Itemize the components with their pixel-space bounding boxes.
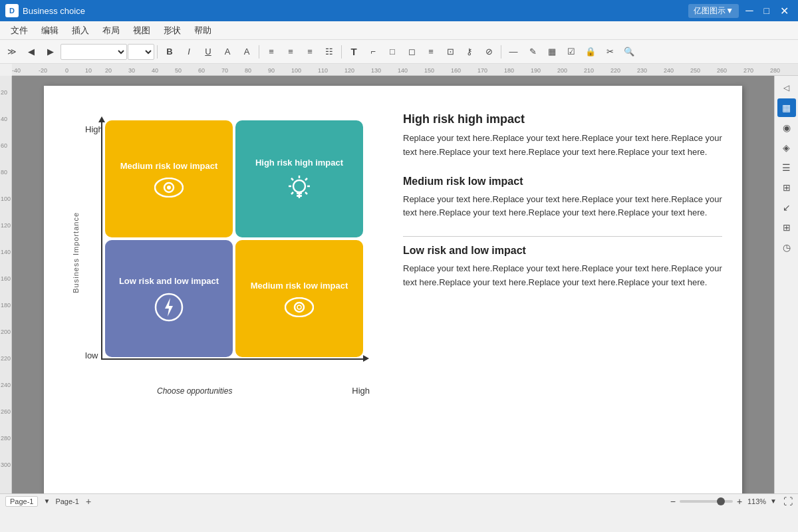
svg-point-17 — [295, 303, 304, 312]
toolbar-align-group: ≡ ≡ ≡ ☷ — [262, 43, 338, 61]
insert-shape[interactable]: ◻ — [402, 43, 421, 61]
draw-search[interactable]: 🔍 — [620, 43, 638, 61]
menu-insert[interactable]: 插入 — [66, 23, 94, 38]
fullscreen-btn[interactable]: ⛶ — [783, 496, 793, 507]
toolbar-back[interactable]: ◀ — [22, 43, 41, 61]
separator-3 — [341, 45, 342, 59]
svg-point-3 — [293, 180, 305, 192]
panel-collapse-btn[interactable]: ◁ — [777, 78, 796, 97]
underline-button[interactable]: U — [199, 43, 217, 61]
align-left[interactable]: ≡ — [262, 43, 281, 61]
status-page-label[interactable]: Page-1 — [5, 496, 38, 507]
svg-point-16 — [285, 298, 313, 317]
draw-lock2[interactable]: 🔒 — [581, 43, 600, 61]
bold-button[interactable]: B — [160, 43, 179, 61]
separator-2 — [259, 45, 259, 59]
section-low-risk-title: Low risk and low impact — [403, 236, 722, 257]
panel-history-btn[interactable]: ◷ — [777, 238, 796, 257]
toolbar-draw-group: ― ✎ ▦ ☑ 🔒 ✂ 🔍 — [504, 43, 638, 61]
panel-shapes-btn[interactable]: ◉ — [777, 118, 796, 137]
separator-4 — [501, 45, 501, 59]
window-close[interactable]: ✕ — [776, 5, 793, 17]
menu-edit[interactable]: 编辑 — [36, 23, 64, 38]
svg-point-2 — [167, 186, 171, 190]
toolbar-format-group: B I U A A — [160, 43, 256, 61]
draw-line[interactable]: ― — [504, 43, 523, 61]
toolbar: ≫ ◀ ▶ B I U A A ≡ ≡ ≡ ☷ T ⌐ □ ◻ ≡ ⊡ ⚷ ⊘ … — [0, 40, 798, 64]
font-family-select[interactable] — [61, 44, 127, 60]
insert-rect[interactable]: □ — [383, 43, 402, 61]
section-medium-risk-title: Medium risk low impact — [403, 176, 722, 188]
statusbar: Page-1 ▼ Page-1 + − + 113% ▼ ⛶ — [0, 493, 798, 508]
ruler-left: 20 40 60 80 100 120 140 160 180 200 220 … — [0, 76, 12, 493]
draw-pen[interactable]: ✎ — [523, 43, 542, 61]
toolbar-nav-group: ≫ ◀ ▶ — [3, 43, 154, 61]
draw-check[interactable]: ☑ — [562, 43, 581, 61]
chart-section: High Business Importance low — [64, 106, 383, 432]
svg-point-18 — [297, 305, 301, 309]
insert-no[interactable]: ⊘ — [479, 43, 498, 61]
cell-top-left-label: Medium risk low impact — [120, 161, 218, 171]
svg-line-11 — [291, 192, 293, 194]
menu-help[interactable]: 帮助 — [189, 23, 217, 38]
y-axis-low-label: low — [85, 350, 98, 360]
panel-plus-btn[interactable]: ⊞ — [777, 178, 796, 197]
cell-medium-risk-bottom-right: Medium risk low impact — [235, 240, 363, 357]
toolbar-forward[interactable]: ▶ — [41, 43, 60, 61]
window-minimize[interactable]: ─ — [741, 5, 757, 17]
status-page-dropdown[interactable]: ▼ — [43, 497, 50, 505]
italic-button[interactable]: I — [180, 43, 198, 61]
align-justify[interactable]: ≡ — [301, 43, 319, 61]
status-add-page[interactable]: + — [86, 496, 91, 507]
canvas-area[interactable]: High Business Importance low — [12, 76, 774, 493]
app-logo: D — [5, 4, 19, 17]
insert-lock[interactable]: ⚷ — [460, 43, 479, 61]
main-layout: 20 40 60 80 100 120 140 160 180 200 220 … — [0, 76, 798, 493]
panel-grid-btn[interactable]: ▦ — [777, 98, 796, 117]
draw-fill[interactable]: ▦ — [543, 43, 561, 61]
insert-line[interactable]: ≡ — [422, 43, 440, 61]
zoom-out-btn[interactable]: − — [670, 496, 676, 507]
titlebar: D Business choice 亿图图示▼ ─ □ ✕ — [0, 0, 798, 21]
x-axis-high-label: High — [352, 386, 370, 396]
font-size-select[interactable] — [128, 44, 154, 60]
zoom-level[interactable]: 113% — [746, 497, 766, 505]
svg-line-9 — [305, 192, 307, 194]
menu-file[interactable]: 文件 — [5, 23, 33, 38]
zoom-slider[interactable] — [680, 500, 733, 503]
section-high-risk-body: Replace your text here.Replace your text… — [403, 132, 722, 160]
insert-text[interactable]: T — [344, 43, 363, 61]
diagram-container: High Business Importance low — [64, 99, 722, 438]
menu-shape[interactable]: 形状 — [158, 23, 186, 38]
toolbar-chevron[interactable]: ≫ — [3, 43, 21, 61]
align-text[interactable]: ☷ — [320, 43, 338, 61]
separator-1 — [157, 45, 158, 59]
insert-table[interactable]: ⊡ — [441, 43, 460, 61]
text-section-medium-risk: Medium risk low impact Replace your text… — [403, 176, 722, 221]
statusbar-right: − + 113% ▼ ⛶ — [670, 496, 793, 507]
font-color-button[interactable]: A — [218, 43, 237, 61]
font-bg-button[interactable]: A — [237, 43, 256, 61]
menu-layout[interactable]: 布局 — [97, 23, 125, 38]
section-low-risk-body: Replace your text here.Replace your text… — [403, 262, 722, 290]
y-axis-line — [101, 120, 102, 358]
align-center[interactable]: ≡ — [281, 43, 300, 61]
menu-view[interactable]: 视图 — [128, 23, 156, 38]
text-section-high-risk: High risk high impact Replace your text … — [403, 112, 722, 160]
panel-table-btn[interactable]: ⊞ — [777, 218, 796, 237]
x-axis-arrow — [363, 355, 369, 362]
panel-layers-btn[interactable]: ◈ — [777, 138, 796, 157]
y-axis-high-label: High — [85, 124, 103, 134]
window-maximize[interactable]: □ — [760, 5, 773, 16]
zoom-dropdown[interactable]: ▼ — [770, 497, 777, 505]
svg-marker-15 — [165, 298, 173, 317]
x-axis-label: Choose opportunities — [157, 386, 232, 396]
panel-arrow-btn[interactable]: ↙ — [777, 198, 796, 217]
text-section: High risk high impact Replace your text … — [403, 106, 722, 432]
zoom-in-btn[interactable]: + — [737, 496, 742, 507]
insert-connector[interactable]: ⌐ — [364, 43, 382, 61]
panel-pages-btn[interactable]: ☰ — [777, 158, 796, 177]
menubar: 文件 编辑 插入 布局 视图 形状 帮助 — [0, 21, 798, 40]
svg-rect-12 — [297, 192, 302, 194]
draw-cut[interactable]: ✂ — [600, 43, 619, 61]
